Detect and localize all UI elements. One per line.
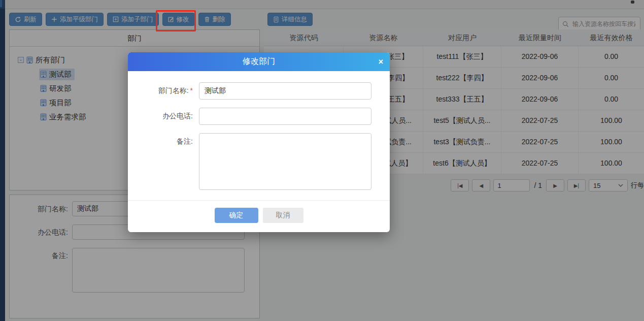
modify-department-dialog: 修改部门 × 部门名称:* 办公电话: 备注: 确定 取消 bbox=[128, 52, 390, 232]
office-phone-label: 办公电话: bbox=[139, 108, 193, 121]
dialog-header: 修改部门 × bbox=[128, 52, 390, 71]
dialog-remark-field[interactable] bbox=[199, 133, 371, 190]
confirm-button[interactable]: 确定 bbox=[215, 208, 258, 223]
dialog-body: 部门名称:* 办公电话: 备注: bbox=[128, 71, 390, 200]
dept-name-label: 部门名称:* bbox=[139, 82, 193, 95]
dialog-title: 修改部门 bbox=[243, 56, 275, 67]
cancel-button[interactable]: 取消 bbox=[263, 208, 303, 223]
remark-label: 备注: bbox=[139, 133, 193, 146]
dialog-dept-name-field[interactable] bbox=[199, 82, 371, 100]
required-asterisk: * bbox=[190, 86, 193, 94]
dialog-footer: 确定 取消 bbox=[128, 200, 390, 232]
red-highlight-annotation bbox=[156, 10, 196, 31]
close-icon[interactable]: × bbox=[379, 52, 383, 71]
dialog-office-phone-field[interactable] bbox=[199, 108, 371, 125]
